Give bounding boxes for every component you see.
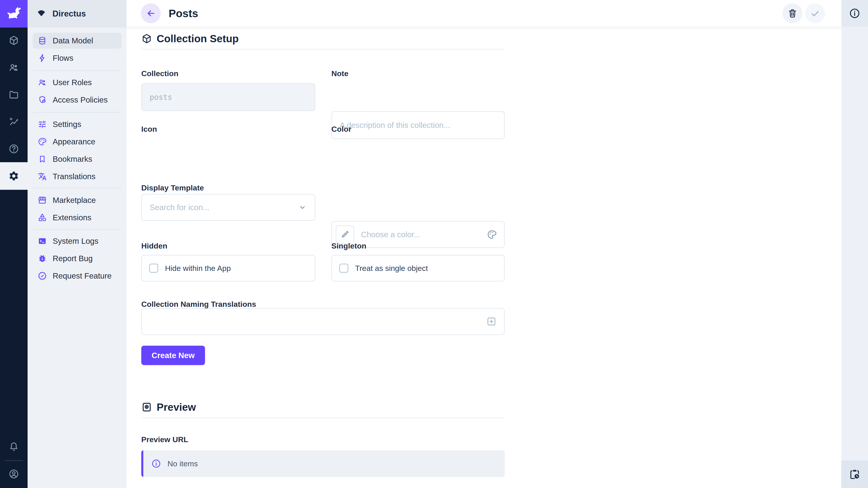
- hidden-toggle-row: Hide within the App: [141, 255, 315, 282]
- info-icon: [849, 8, 860, 19]
- clipboard-clock-icon: [849, 468, 860, 480]
- bookmark-icon: [38, 155, 47, 164]
- module-help-button[interactable]: [0, 136, 28, 161]
- add-field-icon[interactable]: [486, 316, 497, 327]
- section-title: Collection Setup: [157, 33, 239, 45]
- sidebar-item-settings[interactable]: Settings: [33, 116, 121, 132]
- preview-heading: Preview: [141, 401, 196, 413]
- note-input[interactable]: [340, 121, 496, 130]
- icon-label: Icon: [141, 125, 157, 133]
- sidebar-item-data-model[interactable]: Data Model: [33, 33, 121, 48]
- module-settings-button[interactable]: [0, 162, 28, 190]
- module-bar: [0, 0, 28, 488]
- color-swatch-button[interactable]: [336, 225, 354, 244]
- icon-select-field[interactable]: [141, 194, 315, 221]
- module-files-button[interactable]: [0, 82, 28, 107]
- main-content: Collection Setup Collection Note Icon Co…: [127, 27, 841, 488]
- sidebar-item-request-feature[interactable]: Request Feature: [33, 268, 121, 284]
- singleton-checkbox-label: Treat as single object: [355, 264, 428, 273]
- display-template-input[interactable]: [150, 317, 496, 326]
- shield-user-icon: [38, 95, 47, 104]
- account-circle-icon: [8, 468, 19, 480]
- sidebar-item-user-roles[interactable]: User Roles: [33, 74, 121, 90]
- module-content-button[interactable]: [0, 28, 28, 53]
- tune-icon: [38, 120, 47, 129]
- create-new-button[interactable]: Create New: [141, 346, 205, 365]
- check-icon: [810, 8, 820, 19]
- storefront-icon: [38, 196, 47, 205]
- sidebar-item-label: Bookmarks: [53, 155, 92, 164]
- icon-search-input[interactable]: [150, 203, 307, 212]
- sidebar-item-label: Access Policies: [53, 95, 107, 104]
- project-fan-icon: [36, 8, 46, 19]
- note-field[interactable]: [331, 111, 505, 139]
- sidebar-item-label: Data Model: [53, 36, 93, 45]
- save-button[interactable]: [805, 3, 825, 23]
- user-menu-button[interactable]: [0, 462, 28, 486]
- arrow-left-icon: [146, 8, 156, 18]
- color-label: Color: [331, 125, 351, 133]
- directus-logo-button[interactable]: [0, 0, 28, 28]
- sidebar-item-access-policies[interactable]: Access Policies: [33, 92, 121, 108]
- eyedropper-icon: [340, 230, 350, 239]
- module-users-button[interactable]: [0, 55, 28, 80]
- collection-label: Collection: [141, 69, 178, 78]
- badge-check-icon: [38, 271, 47, 281]
- sidebar-item-label: Translations: [53, 172, 95, 181]
- sidebar-item-appearance[interactable]: Appearance: [33, 134, 121, 150]
- note-label: Note: [331, 69, 348, 78]
- sidebar-item-label: System Logs: [53, 236, 98, 246]
- collection-name-input: [150, 93, 307, 102]
- preview-icon: [141, 402, 152, 413]
- module-bar-divider: [4, 460, 23, 461]
- collection-setup-heading: Collection Setup: [141, 33, 239, 45]
- singleton-checkbox[interactable]: [339, 264, 348, 273]
- category-icon: [38, 213, 47, 222]
- help-icon: [8, 143, 19, 154]
- info-circle-icon: [151, 459, 161, 468]
- section-divider: [141, 418, 505, 418]
- gear-icon: [8, 170, 19, 182]
- naming-translations-label: Collection Naming Translations: [141, 300, 256, 308]
- rabbit-logo-icon: [5, 5, 22, 22]
- section-divider: [141, 49, 505, 50]
- sidebar-item-marketplace[interactable]: Marketplace: [33, 192, 121, 208]
- preview-url-label: Preview URL: [141, 435, 188, 444]
- page-header: Posts: [127, 0, 841, 27]
- display-template-field[interactable]: [141, 308, 505, 335]
- chevron-down-icon[interactable]: [298, 202, 307, 213]
- sidebar-item-bookmarks[interactable]: Bookmarks: [33, 151, 121, 167]
- palette-icon[interactable]: [487, 230, 497, 239]
- revisions-sidebar-button[interactable]: [841, 460, 868, 488]
- sidebar-item-system-logs[interactable]: System Logs: [33, 233, 121, 249]
- no-items-banner: No items: [141, 450, 505, 477]
- nav-divider: [33, 70, 121, 71]
- trash-icon: [787, 8, 798, 19]
- terminal-icon: [38, 236, 47, 246]
- users-icon: [8, 62, 19, 73]
- sidebar-item-report-bug[interactable]: Report Bug: [33, 251, 121, 266]
- sidebar-item-label: Extensions: [53, 213, 91, 222]
- sidebar-item-flows[interactable]: Flows: [33, 50, 121, 66]
- singleton-toggle-row: Treat as single object: [331, 255, 505, 282]
- insights-icon: [8, 116, 19, 127]
- display-template-label: Display Template: [141, 184, 204, 192]
- box-icon: [141, 33, 152, 44]
- singleton-label: Singleton: [331, 241, 366, 250]
- back-button[interactable]: [141, 3, 161, 23]
- sidebar-item-translations[interactable]: Translations: [33, 168, 121, 184]
- palette-icon: [38, 137, 47, 146]
- module-insights-button[interactable]: [0, 109, 28, 134]
- delete-collection-button[interactable]: [782, 3, 802, 23]
- project-header[interactable]: Directus: [28, 0, 127, 28]
- notifications-button[interactable]: [0, 434, 28, 459]
- hidden-checkbox[interactable]: [149, 264, 158, 273]
- bolt-icon: [38, 54, 47, 63]
- cube-icon: [8, 35, 19, 46]
- sidebar-item-label: User Roles: [53, 78, 92, 87]
- hidden-label: Hidden: [141, 241, 167, 250]
- color-input[interactable]: [361, 230, 496, 239]
- info-sidebar-button[interactable]: [841, 0, 868, 27]
- sidebar-item-label: Settings: [53, 120, 81, 129]
- sidebar-item-extensions[interactable]: Extensions: [33, 210, 121, 225]
